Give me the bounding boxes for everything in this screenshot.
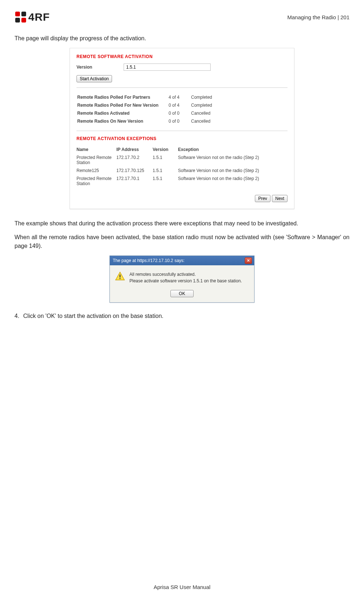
step-text: Click on 'OK' to start the activation on… <box>23 313 164 319</box>
svg-rect-3 <box>21 18 26 23</box>
page-header: 4RF Managing the Radio | 201 <box>15 11 349 23</box>
progress-label: Remote Radios Activated <box>77 110 168 117</box>
exc-version: 1.5.1 <box>153 154 178 167</box>
col-header-ip: IP Address <box>116 146 153 154</box>
svg-rect-2 <box>15 18 20 23</box>
version-input[interactable] <box>124 64 211 71</box>
exc-text: Software Version not on the radio (Step … <box>178 154 288 167</box>
progress-count: 0 of 4 <box>169 102 190 109</box>
progress-label: Remote Radios On New Version <box>77 118 168 125</box>
exc-version: 1.5.1 <box>153 167 178 175</box>
dialog-line: Please activate software version 1.5.1 o… <box>129 278 242 284</box>
table-row: Protected Remote Station 172.17.70.2 1.5… <box>76 154 288 167</box>
section-heading-exceptions: REMOTE ACTIVATION EXCEPTIONS <box>76 136 288 141</box>
brand-text: 4RF <box>28 11 50 23</box>
warning-icon <box>115 271 125 281</box>
progress-status: Completed <box>191 94 216 101</box>
table-row: Remote Radios Activated 0 of 0 Cancelled <box>77 110 216 117</box>
progress-count: 0 of 0 <box>169 118 190 125</box>
step-4: 4. Click on 'OK' to start the activation… <box>15 313 349 319</box>
intro-paragraph: The page will display the progress of th… <box>15 34 349 43</box>
progress-status: Cancelled <box>191 118 216 125</box>
exc-name: Remote125 <box>76 167 116 175</box>
progress-count: 4 of 4 <box>169 94 190 101</box>
table-row: Remote Radios Polled For Partners 4 of 4… <box>77 94 216 101</box>
divider <box>76 131 288 131</box>
divider <box>76 87 288 88</box>
step-number: 4. <box>15 313 23 319</box>
progress-status: Cancelled <box>191 110 216 117</box>
dialog-line: All remotes successfully activated. <box>129 271 242 278</box>
alert-dialog: The page at https://172.17.10.2 says: × … <box>109 255 255 303</box>
table-row: Remote125 172.17.70.125 1.5.1 Software V… <box>76 167 288 175</box>
exc-ip: 172.17.70.1 <box>116 175 153 188</box>
progress-label: Remote Radios Polled For New Version <box>77 102 168 109</box>
next-button[interactable]: Next <box>272 195 288 202</box>
section-heading-activation: REMOTE SOFTWARE ACTIVATION <box>76 54 288 59</box>
dialog-message: All remotes successfully activated. Plea… <box>129 271 242 284</box>
svg-rect-0 <box>15 12 20 16</box>
progress-label: Remote Radios Polled For Partners <box>77 94 168 101</box>
col-header-name: Name <box>76 146 116 154</box>
exc-ip: 172.17.70.2 <box>116 154 153 167</box>
activation-panel: REMOTE SOFTWARE ACTIVATION Version Start… <box>70 48 294 209</box>
table-row: Remote Radios On New Version 0 of 0 Canc… <box>77 118 216 125</box>
ok-button[interactable]: OK <box>170 290 193 297</box>
exc-text: Software Version not on the radio (Step … <box>178 175 288 188</box>
table-row: Remote Radios Polled For New Version 0 o… <box>77 102 216 109</box>
col-header-version: Version <box>153 146 178 154</box>
version-label: Version <box>76 65 124 70</box>
progress-count: 0 of 0 <box>169 110 190 117</box>
exc-text: Software Version not on the radio (Step … <box>178 167 288 175</box>
exc-version: 1.5.1 <box>153 175 178 188</box>
page-footer: Aprisa SR User Manual <box>0 584 364 590</box>
prev-button[interactable]: Prev <box>255 195 270 202</box>
start-activation-button[interactable]: Start Activation <box>76 75 112 82</box>
svg-rect-5 <box>120 275 121 278</box>
exc-name: Protected Remote Station <box>76 154 116 167</box>
paragraph-exceptions: The example shows that during the activa… <box>15 219 349 228</box>
paragraph-manager-ref: When all the remote radios have been act… <box>15 233 349 250</box>
dialog-title: The page at https://172.17.10.2 says: <box>113 258 185 263</box>
brand-icon <box>15 11 27 23</box>
progress-status: Completed <box>191 102 216 109</box>
exc-name: Protected Remote Station <box>76 175 116 188</box>
svg-rect-6 <box>120 278 121 279</box>
page-reference: Managing the Radio | 201 <box>287 14 349 20</box>
brand-logo: 4RF <box>15 11 50 23</box>
exceptions-table: Name IP Address Version Exception Protec… <box>76 146 288 188</box>
progress-table: Remote Radios Polled For Partners 4 of 4… <box>76 93 216 126</box>
svg-rect-1 <box>21 12 26 16</box>
col-header-exception: Exception <box>178 146 288 154</box>
exc-ip: 172.17.70.125 <box>116 167 153 175</box>
table-row: Protected Remote Station 172.17.70.1 1.5… <box>76 175 288 188</box>
close-icon[interactable]: × <box>245 257 252 264</box>
